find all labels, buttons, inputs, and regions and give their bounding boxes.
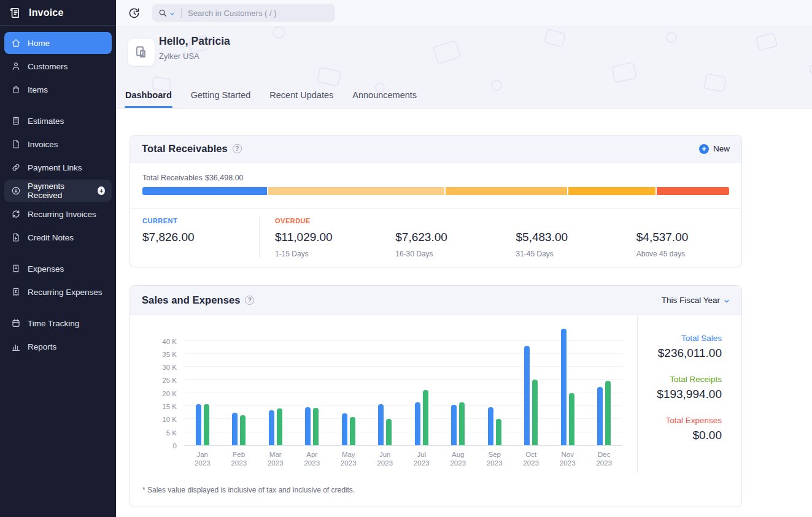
x-axis-tick-label: Feb2023 [221,450,258,467]
chart-month-group-apr: Apr2023 [294,326,331,445]
chart-plot-area: 05 K10 K15 K20 K25 K30 K35 K40 KJan2023F… [184,326,622,446]
sidebar-item-label: Home [28,39,50,48]
app-logo: Invoice [0,0,116,26]
search-scope-chevron-icon[interactable] [169,11,175,17]
x-axis-tick-label: May2023 [330,450,367,467]
sidebar-item-home[interactable]: Home [4,32,112,54]
search-input[interactable]: Search in Customers ( / ) [152,4,335,22]
overdue-amount: $7,623.00 [395,231,500,244]
sidebar-item-invoices[interactable]: Invoices [4,133,112,155]
recurring-expenses-icon [11,287,21,297]
x-axis-tick-label: Sep2023 [476,450,513,467]
tab-dashboard[interactable]: Dashboard [125,90,172,108]
sidebar: Invoice HomeCustomersItemsEstimatesInvoi… [0,0,116,517]
sidebar-item-time-tracking[interactable]: Time Tracking [4,312,112,334]
total-label: Total Receipts [638,375,722,384]
x-axis-tick-label: Aug2023 [440,450,477,467]
greeting-text: Hello, Patricia [159,35,230,48]
receipts-bar [459,402,465,445]
sidebar-item-recurring-expenses[interactable]: Recurring Expenses [4,281,112,303]
total-receivables-header: Total Receivables ? + New [130,136,741,163]
overdue-amount: $5,483.00 [516,231,621,244]
receipts-bar [313,408,319,445]
receivables-summary-section: Total Receivables$36,498.00 [130,163,741,209]
history-icon [128,7,140,19]
sales-bar [597,387,603,445]
fiscal-period-selector[interactable]: This Fiscal Year [662,296,730,305]
sidebar-item-label: Estimates [28,117,64,126]
recurring-invoices-icon [11,209,21,219]
help-icon[interactable]: ? [233,144,242,153]
hero-tabs: DashboardGetting StartedRecent UpdatesAn… [125,90,435,108]
overdue-label: OVERDUE [275,217,380,226]
sales-bar [305,407,311,445]
receipts-bar [423,390,428,445]
sidebar-item-payments-received[interactable]: Payments Received+ [4,180,112,202]
help-icon[interactable]: ? [245,296,254,305]
receivables-segment-current [142,187,267,195]
invoices-icon [11,139,21,149]
overdue-bucket-column: $7,623.0016-30 Days [380,217,500,258]
tab-recent-updates[interactable]: Recent Updates [269,90,334,108]
sidebar-item-label: Items [28,85,48,94]
app-title: Invoice [29,7,64,18]
receivables-aging-row: CURRENT $7,826.00 OVERDUE$11,029.001-15 … [130,209,741,267]
sales-bar [342,413,347,445]
search-divider [181,8,182,18]
quick-add-icon[interactable]: + [98,186,105,195]
receivables-segment-overdue-1-15 [268,187,444,195]
new-button-label: New [713,144,730,153]
total-value: $0.00 [638,429,722,442]
y-axis-tick-label: 15 K [140,403,177,410]
receivables-summary-label: Total Receivables [142,174,203,182]
sidebar-item-items[interactable]: Items [4,79,112,101]
x-axis-tick-label: Dec2023 [586,450,623,467]
sidebar-item-label: Recurring Expenses [28,288,102,297]
estimates-icon [11,116,21,126]
sidebar-item-payment-links[interactable]: Payment Links [4,156,112,178]
chart-month-group-may: May2023 [330,326,367,445]
receipts-bar [350,417,355,445]
overdue-bucket-column: OVERDUE$11,029.001-15 Days [260,217,380,258]
reports-icon [11,342,21,351]
sidebar-item-label: Expenses [28,264,64,274]
receivables-segment-overdue-above-45 [657,187,729,195]
total-label: Total Expenses [638,416,722,425]
sales-bar [232,413,238,445]
sidebar-item-customers[interactable]: Customers [4,55,112,77]
sidebar-item-recurring-invoices[interactable]: Recurring Invoices [4,203,112,225]
current-label: CURRENT [142,217,259,226]
receipts-bar [605,381,611,445]
sidebar-group: ExpensesRecurring Expenses [3,258,113,303]
main-content: Total Receivables ? + New Total Receivab… [116,109,812,517]
tab-announcements[interactable]: Announcements [352,90,417,108]
chart-month-group-jun: Jun2023 [367,326,404,445]
sidebar-nav: HomeCustomersItemsEstimatesInvoicesPayme… [0,26,116,358]
sidebar-item-label: Recurring Invoices [28,210,96,219]
x-axis-tick-label: Mar2023 [257,450,294,467]
x-axis-tick-label: Jul2023 [403,450,440,467]
sales-bar [561,329,566,445]
sidebar-item-credit-notes[interactable]: Credit Notes [4,226,112,248]
sidebar-item-label: Time Tracking [28,319,79,328]
overdue-bucket-column: $5,483.0031-45 Days [501,217,621,258]
credit-notes-icon [11,232,21,242]
org-name: Zylker USA [159,52,199,61]
x-axis-tick-label: Jun2023 [367,450,404,467]
recent-history-button[interactable] [126,5,142,21]
sidebar-item-estimates[interactable]: Estimates [4,110,112,132]
overdue-amount: $11,029.00 [275,231,380,244]
chart-month-group-aug: Aug2023 [440,326,477,445]
sidebar-item-reports[interactable]: Reports [4,335,112,358]
overdue-range-label: 1-15 Days [275,250,380,258]
chart-totals-panel: Total Sales$236,011.00Total Receipts$193… [637,315,741,473]
sidebar-item-label: Payment Links [28,163,82,172]
new-receivable-button[interactable]: + New [699,144,730,154]
topbar: Search in Customers ( / ) [116,0,812,26]
sales-bar [524,346,530,445]
x-axis-tick-label: Nov2023 [549,450,586,467]
sidebar-item-expenses[interactable]: Expenses [4,258,112,280]
overdue-bucket-column: $4,537.00Above 45 days [621,217,741,258]
receivables-summary-value: $36,498.00 [205,174,244,182]
tab-getting-started[interactable]: Getting Started [190,90,252,108]
